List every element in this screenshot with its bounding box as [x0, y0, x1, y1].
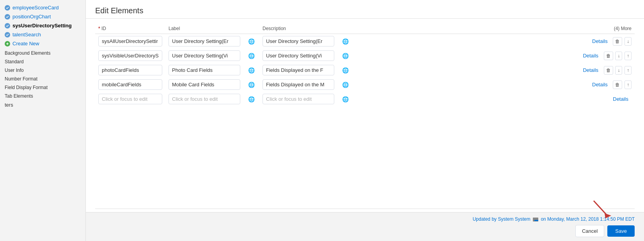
label-input[interactable] [169, 79, 240, 90]
cell-desc-globe: 🌐 [337, 34, 353, 49]
cell-label-globe: 🌐 [243, 48, 259, 63]
cell-desc-globe: 🌐 [337, 63, 353, 77]
cell-description [259, 34, 337, 49]
delete-button[interactable]: 🗑 [604, 52, 613, 60]
desc-input[interactable] [263, 36, 334, 46]
section-standard[interactable]: Standard [0, 57, 85, 65]
save-button[interactable]: Save [607, 225, 635, 237]
sidebar-item-talentsearch[interactable]: talentSearch [0, 30, 85, 39]
table-row: 🌐 🌐 Details 🗑 ↓ ↑ [95, 48, 635, 63]
globe-icon[interactable]: 🌐 [247, 53, 256, 59]
check-icon [5, 5, 10, 11]
cell-actions-new: Details [353, 92, 635, 106]
section-user-info[interactable]: User Info [0, 65, 85, 74]
globe-icon[interactable]: 🌐 [341, 67, 350, 73]
section-tab-elements[interactable]: Tab Elements [0, 91, 85, 100]
move-down-button[interactable]: ↓ [615, 66, 622, 75]
page-title: Edit Elements [95, 6, 635, 15]
move-up-button[interactable]: ↑ [624, 80, 632, 89]
table-container: ID Label Description (4) More [86, 19, 644, 205]
table-row: 🌐 🌐 Details 🗑 ↑ [95, 77, 635, 92]
sidebar-item-positionorgchart[interactable]: positionOrgChart [0, 12, 85, 21]
desc-input[interactable] [263, 50, 334, 61]
cell-actions: Details 🗑 ↓ [353, 34, 635, 49]
status-text: Updated by System System ▬ on Monday, Ma… [95, 216, 635, 222]
cell-desc-globe: 🌐 [337, 48, 353, 63]
move-up-button[interactable]: ↑ [624, 52, 632, 60]
label-input[interactable] [169, 36, 240, 46]
footer-bar: Updated by System System ▬ on Monday, Ma… [86, 212, 644, 241]
cell-description [259, 63, 337, 77]
sidebar-label: Create New [12, 41, 39, 46]
id-input[interactable] [98, 79, 162, 90]
id-input[interactable] [98, 36, 162, 46]
globe-icon[interactable]: 🌐 [247, 82, 256, 88]
section-number-format[interactable]: Number Format [0, 74, 85, 82]
cell-actions: Details 🗑 ↓ ↑ [353, 63, 635, 77]
table-row: 🌐 🌐 Details 🗑 ↓ ↑ [95, 63, 635, 77]
sidebar-item-sysuserdirectorysetting[interactable]: sysUserDirectorySetting [0, 21, 85, 30]
cell-label [165, 48, 243, 63]
cell-label-globe: 🌐 [243, 63, 259, 77]
delete-button[interactable]: 🗑 [604, 66, 613, 75]
globe-icon[interactable]: 🌐 [341, 96, 350, 102]
desc-input-new[interactable] [263, 94, 334, 104]
details-link[interactable]: Details [613, 96, 628, 102]
footer-divider [95, 209, 635, 209]
details-link[interactable]: Details [592, 38, 608, 44]
cancel-button[interactable]: Cancel [575, 225, 604, 237]
cell-actions: Details 🗑 ↓ ↑ [353, 48, 635, 63]
cell-label-globe-new: 🌐 [243, 92, 259, 106]
desc-input[interactable] [263, 79, 334, 90]
table-row: 🌐 🌐 Details 🗑 ↓ [95, 34, 635, 49]
sidebar-label: talentSearch [12, 32, 41, 37]
details-link[interactable]: Details [583, 67, 598, 73]
cell-description [259, 77, 337, 92]
cell-label-globe: 🌐 [243, 34, 259, 49]
section-background-elements[interactable]: Background Elements [0, 48, 85, 57]
main-header: Edit Elements [86, 0, 644, 19]
cell-desc-globe: 🌐 [337, 77, 353, 92]
section-field-display-format[interactable]: Field Display Format [0, 82, 85, 91]
details-link[interactable]: Details [592, 82, 608, 87]
check-icon [5, 14, 10, 20]
globe-icon[interactable]: 🌐 [247, 67, 256, 73]
details-link[interactable]: Details [583, 53, 598, 59]
edit-table: ID Label Description (4) More [95, 23, 635, 106]
cell-id [95, 48, 165, 63]
globe-icon[interactable]: 🌐 [247, 96, 256, 102]
id-input[interactable] [98, 50, 162, 61]
id-input-new[interactable] [98, 94, 162, 104]
cell-desc-globe-new: 🌐 [337, 92, 353, 106]
cell-label-globe: 🌐 [243, 77, 259, 92]
plus-icon [5, 41, 10, 46]
globe-icon[interactable]: 🌐 [247, 38, 256, 45]
label-input[interactable] [169, 65, 240, 75]
col-description: Description [259, 23, 337, 34]
globe-icon[interactable]: 🌐 [341, 38, 350, 45]
cell-actions: Details 🗑 ↑ [353, 77, 635, 92]
sidebar-item-employeescorecard[interactable]: employeeScoreCard [0, 3, 85, 12]
label-input-new[interactable] [169, 94, 240, 104]
id-input[interactable] [98, 65, 162, 75]
sidebar-suffix: ters [0, 100, 85, 110]
label-input[interactable] [169, 50, 240, 61]
delete-button[interactable]: 🗑 [613, 37, 622, 46]
desc-input[interactable] [263, 65, 334, 75]
move-up-button[interactable]: ↑ [624, 66, 632, 75]
updated-text: Updated by System System [473, 216, 530, 222]
delete-button[interactable]: 🗑 [613, 80, 622, 89]
globe-icon[interactable]: 🌐 [341, 53, 350, 59]
globe-icon[interactable]: 🌐 [341, 82, 350, 88]
sidebar-item-createnew[interactable]: Create New [0, 39, 85, 48]
sidebar-label: sysUserDirectorySetting [12, 23, 72, 29]
col-more: (4) More [353, 23, 635, 34]
cell-label [165, 77, 243, 92]
col-id: ID [95, 23, 165, 34]
move-down-button[interactable]: ↓ [624, 37, 632, 46]
check-icon [5, 32, 10, 37]
table-row-new: 🌐 🌐 Details [95, 92, 635, 106]
footer-actions: Cancel Save [95, 225, 635, 237]
move-down-button[interactable]: ↓ [615, 52, 622, 60]
cell-desc-new [259, 92, 337, 106]
